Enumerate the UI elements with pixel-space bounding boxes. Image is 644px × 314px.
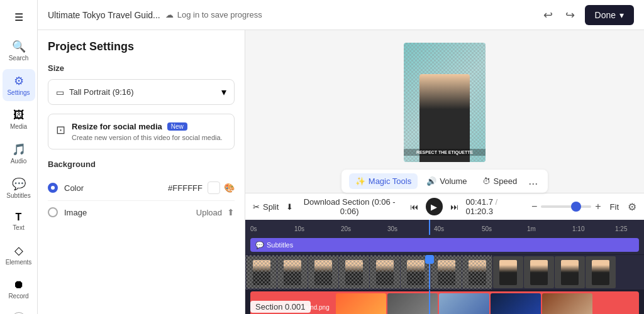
- color-value: #FFFFFF: [168, 183, 203, 193]
- ruler-110: 1:10: [572, 225, 584, 232]
- volume-icon: 🔊: [426, 176, 436, 186]
- timeline-area: 0s 10s 20s 30s 40s 50s 1m 1:10 1:25: [245, 220, 644, 314]
- sidebar-item-media[interactable]: 🖼 Media: [3, 104, 35, 135]
- right-panel: RESPECT THE ETIQUETTE ✨ Magic Tools 🔊 Vo…: [245, 30, 644, 314]
- color-swatch[interactable]: [208, 181, 220, 194]
- speed-icon: ⏱: [482, 176, 491, 186]
- settings-icon: ⚙: [14, 74, 24, 88]
- video-thumb-9: [493, 256, 523, 288]
- topbar-left: Ultimate Tokyo Travel Guid... ☁ Log in t…: [48, 10, 262, 20]
- upload-icon[interactable]: ⬆: [227, 207, 235, 217]
- topbar-right: ↩ ↪ Done ▾: [541, 5, 634, 25]
- zoom-controls: − + Fit ⚙: [531, 200, 636, 214]
- download-icon: ⬇: [286, 202, 293, 212]
- download-section-button[interactable]: ⬇ Download Section (0:06 - 0:06): [286, 197, 402, 216]
- color-radio-label: Color: [64, 183, 168, 193]
- menu-icon[interactable]: ☰: [9, 6, 28, 28]
- ruler-playhead: [429, 220, 430, 235]
- cloud-icon: ☁: [165, 10, 174, 19]
- subtitles-track[interactable]: 💬 Subtitles: [250, 238, 639, 252]
- magic-tools-button[interactable]: ✨ Magic Tools: [349, 173, 418, 189]
- ruler-30s: 30s: [387, 225, 397, 232]
- project-title: Ultimate Tokyo Travel Guid...: [48, 10, 160, 20]
- bg-img-street: [542, 293, 592, 314]
- image-radio-label: Image: [64, 208, 196, 217]
- video-preview: RESPECT THE ETIQUETTE: [404, 43, 486, 162]
- sidebar-item-audio[interactable]: 🎵 Audio: [3, 138, 35, 170]
- split-button[interactable]: ✂ Split: [253, 202, 279, 212]
- forward-button[interactable]: ⏭: [450, 202, 458, 212]
- size-section-label: Size: [48, 63, 235, 73]
- ruler-40s: 40s: [434, 225, 444, 232]
- sidebar: ☰ 🔍 Search ⚙ Settings 🖼 Media 🎵 Audio 💬 …: [0, 0, 38, 314]
- ruler-marks: 0s 10s 20s 30s 40s 50s 1m 1:10 1:25: [250, 220, 639, 235]
- sidebar-item-subtitles[interactable]: 💬 Subtitles: [3, 172, 35, 204]
- subtitles-icon: 💬: [12, 177, 26, 191]
- volume-button[interactable]: 🔊 Volume: [420, 173, 473, 189]
- done-button[interactable]: Done ▾: [585, 5, 634, 25]
- play-button[interactable]: ▶: [426, 198, 443, 215]
- upload-link[interactable]: Upload: [196, 208, 222, 217]
- video-thumb-10: [524, 256, 554, 288]
- ruler-50s: 50s: [482, 225, 492, 232]
- subtitles-track-icon: 💬: [255, 241, 264, 249]
- video-overlay-text: RESPECT THE ETIQUETTE: [404, 149, 486, 156]
- timeline-controls: ✂ Split ⬇ Download Section (0:06 - 0:06)…: [245, 193, 644, 220]
- sidebar-item-settings[interactable]: ⚙ Settings: [3, 69, 35, 101]
- timeline-settings-button[interactable]: ⚙: [628, 201, 636, 213]
- ruler-125: 1:25: [615, 225, 627, 232]
- sidebar-item-text[interactable]: T Text: [3, 207, 35, 236]
- timeline-ruler: 0s 10s 20s 30s 40s 50s 1m 1:10 1:25: [245, 220, 644, 235]
- redo-button[interactable]: ↪: [563, 6, 577, 24]
- color-radio-row[interactable]: Color #FFFFFF 🎨: [48, 175, 235, 201]
- content-row: Project Settings Size ▭ Tall Portrait (9…: [38, 30, 644, 314]
- image-radio-row[interactable]: Image Upload ⬆: [48, 201, 235, 224]
- undo-button[interactable]: ↩: [541, 6, 555, 24]
- video-playhead: [429, 255, 430, 290]
- sidebar-item-help[interactable]: ?: [3, 307, 35, 314]
- bg-img-night: [491, 293, 541, 314]
- image-radio[interactable]: [48, 207, 58, 217]
- settings-panel: Project Settings Size ▭ Tall Portrait (9…: [38, 30, 245, 314]
- resize-title: Resize for social media: [72, 122, 162, 131]
- bg-section-label: Background: [48, 160, 235, 169]
- subtitles-track-label: Subtitles: [267, 241, 293, 249]
- text-icon: T: [16, 212, 22, 223]
- media-icon: 🖼: [13, 109, 25, 122]
- sidebar-item-elements[interactable]: ◇ Elements: [3, 239, 35, 271]
- magic-icon: ✨: [355, 176, 365, 186]
- section-label: Section 0.001: [255, 302, 306, 311]
- video-thumb-2: [277, 256, 308, 288]
- zoom-out-button[interactable]: −: [531, 201, 537, 212]
- color-picker-icon[interactable]: 🎨: [224, 183, 235, 193]
- subtitles-track-row[interactable]: 💬 Subtitles: [245, 235, 644, 255]
- preview-area: RESPECT THE ETIQUETTE ✨ Magic Tools 🔊 Vo…: [245, 30, 644, 193]
- more-options-button[interactable]: ...: [526, 175, 540, 188]
- speed-button[interactable]: ⏱ Speed: [476, 173, 524, 189]
- panel-title: Project Settings: [48, 40, 235, 53]
- resize-card[interactable]: ⊡ Resize for social media New Create new…: [48, 114, 235, 149]
- save-button[interactable]: ☁ Log in to save progress: [165, 10, 262, 19]
- preview-toolbar: ✨ Magic Tools 🔊 Volume ⏱ Speed ...: [341, 170, 548, 193]
- search-icon: 🔍: [12, 40, 26, 53]
- rewind-button[interactable]: ⏮: [410, 202, 418, 212]
- zoom-in-button[interactable]: +: [595, 201, 601, 212]
- zoom-slider[interactable]: [541, 205, 591, 208]
- color-radio[interactable]: [48, 183, 58, 193]
- new-badge: New: [167, 122, 187, 131]
- fit-button[interactable]: Fit: [605, 200, 624, 214]
- video-thumb-12: [586, 256, 616, 288]
- video-track-row[interactable]: [245, 255, 644, 290]
- size-select[interactable]: ▭ Tall Portrait (9:16) ▾: [48, 79, 235, 105]
- split-icon: ✂: [253, 202, 260, 212]
- main-area: Ultimate Tokyo Travel Guid... ☁ Log in t…: [38, 0, 644, 314]
- sidebar-item-search[interactable]: 🔍 Search: [3, 35, 35, 67]
- section-label-overlay: Section 0.001: [250, 301, 311, 313]
- bg-playhead: [429, 290, 430, 314]
- video-thumbs: [245, 255, 644, 290]
- elements-icon: ◇: [14, 244, 23, 257]
- bg-img-group: [387, 293, 438, 314]
- resize-icon: ⊡: [56, 123, 65, 137]
- current-time: 00:41.7 / 01:20.3: [466, 197, 524, 216]
- sidebar-item-record[interactable]: ⏺ Record: [3, 273, 35, 305]
